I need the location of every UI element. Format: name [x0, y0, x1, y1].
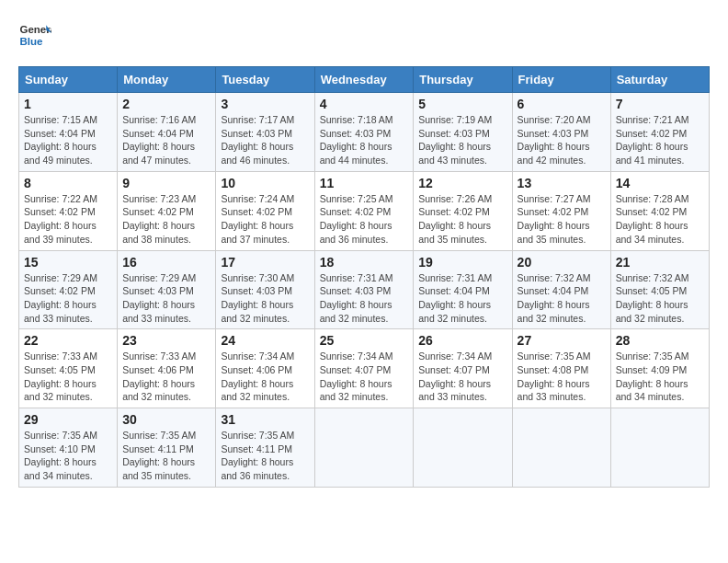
day-info: Sunrise: 7:31 AMSunset: 4:03 PMDaylight:…	[320, 272, 393, 324]
day-number: 20	[518, 255, 606, 270]
day-number: 1	[24, 97, 112, 111]
day-info: Sunrise: 7:24 AMSunset: 4:02 PMDaylight:…	[221, 193, 294, 245]
day-info: Sunrise: 7:17 AMSunset: 4:03 PMDaylight:…	[221, 114, 294, 166]
calendar-day-4: 4Sunrise: 7:18 AMSunset: 4:03 PMDaylight…	[314, 93, 414, 172]
logo-icon: General Blue	[18, 18, 51, 52]
day-info: Sunrise: 7:22 AMSunset: 4:02 PMDaylight:…	[24, 193, 97, 245]
calendar-day-1: 1Sunrise: 7:15 AMSunset: 4:04 PMDaylight…	[19, 93, 118, 172]
calendar-day-empty	[314, 408, 414, 488]
calendar-body: 1Sunrise: 7:15 AMSunset: 4:04 PMDaylight…	[19, 93, 710, 488]
day-info: Sunrise: 7:16 AMSunset: 4:04 PMDaylight:…	[122, 114, 196, 166]
day-info: Sunrise: 7:33 AMSunset: 4:06 PMDaylight:…	[122, 350, 196, 402]
day-number: 2	[122, 97, 210, 111]
calendar-week-2: 15Sunrise: 7:29 AMSunset: 4:02 PMDayligh…	[19, 250, 710, 329]
day-number: 13	[518, 176, 606, 190]
calendar-day-22: 22Sunrise: 7:33 AMSunset: 4:05 PMDayligh…	[19, 329, 118, 408]
calendar-day-20: 20Sunrise: 7:32 AMSunset: 4:04 PMDayligh…	[512, 250, 610, 329]
day-number: 23	[122, 333, 210, 348]
day-number: 28	[616, 333, 704, 348]
day-number: 11	[320, 176, 409, 190]
calendar-day-2: 2Sunrise: 7:16 AMSunset: 4:04 PMDaylight…	[118, 93, 216, 172]
day-number: 12	[418, 176, 506, 190]
day-info: Sunrise: 7:28 AMSunset: 4:02 PMDaylight:…	[616, 193, 689, 245]
day-number: 30	[122, 412, 210, 427]
day-info: Sunrise: 7:34 AMSunset: 4:07 PMDaylight:…	[418, 350, 492, 402]
calendar-day-30: 30Sunrise: 7:35 AMSunset: 4:11 PMDayligh…	[118, 408, 216, 488]
day-info: Sunrise: 7:35 AMSunset: 4:08 PMDaylight:…	[518, 350, 591, 402]
page-header: General Blue	[18, 18, 710, 52]
calendar-day-19: 19Sunrise: 7:31 AMSunset: 4:04 PMDayligh…	[414, 250, 512, 329]
day-info: Sunrise: 7:30 AMSunset: 4:03 PMDaylight:…	[221, 272, 294, 324]
day-info: Sunrise: 7:31 AMSunset: 4:04 PMDaylight:…	[418, 272, 492, 324]
calendar-day-16: 16Sunrise: 7:29 AMSunset: 4:03 PMDayligh…	[118, 250, 216, 329]
calendar-day-29: 29Sunrise: 7:35 AMSunset: 4:10 PMDayligh…	[19, 408, 118, 488]
day-number: 8	[24, 176, 112, 190]
day-info: Sunrise: 7:21 AMSunset: 4:02 PMDaylight:…	[616, 114, 689, 166]
day-info: Sunrise: 7:35 AMSunset: 4:09 PMDaylight:…	[616, 350, 689, 402]
day-info: Sunrise: 7:29 AMSunset: 4:03 PMDaylight:…	[122, 272, 196, 324]
day-info: Sunrise: 7:32 AMSunset: 4:04 PMDaylight:…	[518, 272, 591, 324]
day-info: Sunrise: 7:29 AMSunset: 4:02 PMDaylight:…	[24, 272, 97, 324]
calendar-day-26: 26Sunrise: 7:34 AMSunset: 4:07 PMDayligh…	[414, 329, 512, 408]
calendar-table: SundayMondayTuesdayWednesdayThursdayFrid…	[18, 66, 710, 488]
calendar-day-empty	[512, 408, 610, 488]
calendar-day-31: 31Sunrise: 7:35 AMSunset: 4:11 PMDayligh…	[216, 408, 314, 488]
calendar-day-empty	[414, 408, 512, 488]
day-info: Sunrise: 7:25 AMSunset: 4:02 PMDaylight:…	[320, 193, 393, 245]
day-number: 27	[518, 333, 606, 348]
header-saturday: Saturday	[610, 67, 709, 93]
calendar-day-11: 11Sunrise: 7:25 AMSunset: 4:02 PMDayligh…	[314, 171, 414, 250]
day-number: 31	[221, 412, 309, 427]
day-number: 3	[221, 97, 309, 111]
day-number: 5	[418, 97, 506, 111]
day-number: 18	[320, 255, 409, 270]
svg-text:Blue: Blue	[19, 36, 43, 47]
header-sunday: Sunday	[19, 67, 118, 93]
calendar-day-24: 24Sunrise: 7:34 AMSunset: 4:06 PMDayligh…	[216, 329, 314, 408]
calendar-week-3: 22Sunrise: 7:33 AMSunset: 4:05 PMDayligh…	[19, 329, 710, 408]
day-info: Sunrise: 7:35 AMSunset: 4:11 PMDaylight:…	[122, 430, 196, 481]
day-number: 26	[418, 333, 506, 348]
calendar-day-17: 17Sunrise: 7:30 AMSunset: 4:03 PMDayligh…	[216, 250, 314, 329]
day-number: 9	[122, 176, 210, 190]
day-info: Sunrise: 7:19 AMSunset: 4:03 PMDaylight:…	[418, 114, 492, 166]
day-number: 16	[122, 255, 210, 270]
calendar-week-1: 8Sunrise: 7:22 AMSunset: 4:02 PMDaylight…	[19, 171, 710, 250]
day-number: 4	[320, 97, 409, 111]
day-number: 10	[221, 176, 309, 190]
day-number: 19	[418, 255, 506, 270]
calendar-day-9: 9Sunrise: 7:23 AMSunset: 4:02 PMDaylight…	[118, 171, 216, 250]
calendar-day-28: 28Sunrise: 7:35 AMSunset: 4:09 PMDayligh…	[610, 329, 709, 408]
header-wednesday: Wednesday	[314, 67, 414, 93]
day-info: Sunrise: 7:26 AMSunset: 4:02 PMDaylight:…	[418, 193, 492, 245]
header-monday: Monday	[118, 67, 216, 93]
calendar-day-empty	[610, 408, 709, 488]
header-thursday: Thursday	[414, 67, 512, 93]
day-number: 29	[24, 412, 112, 427]
day-number: 14	[616, 176, 704, 190]
calendar-header-row: SundayMondayTuesdayWednesdayThursdayFrid…	[19, 67, 710, 93]
day-number: 24	[221, 333, 309, 348]
day-number: 25	[320, 333, 409, 348]
day-number: 7	[616, 97, 704, 111]
day-number: 22	[24, 333, 112, 348]
calendar-day-6: 6Sunrise: 7:20 AMSunset: 4:03 PMDaylight…	[512, 93, 610, 172]
day-info: Sunrise: 7:34 AMSunset: 4:07 PMDaylight:…	[320, 350, 393, 402]
day-number: 17	[221, 255, 309, 270]
calendar-day-3: 3Sunrise: 7:17 AMSunset: 4:03 PMDaylight…	[216, 93, 314, 172]
calendar-day-15: 15Sunrise: 7:29 AMSunset: 4:02 PMDayligh…	[19, 250, 118, 329]
day-info: Sunrise: 7:32 AMSunset: 4:05 PMDaylight:…	[616, 272, 689, 324]
logo: General Blue	[18, 18, 51, 52]
calendar-day-18: 18Sunrise: 7:31 AMSunset: 4:03 PMDayligh…	[314, 250, 414, 329]
calendar-day-21: 21Sunrise: 7:32 AMSunset: 4:05 PMDayligh…	[610, 250, 709, 329]
day-number: 15	[24, 255, 112, 270]
calendar-day-8: 8Sunrise: 7:22 AMSunset: 4:02 PMDaylight…	[19, 171, 118, 250]
day-info: Sunrise: 7:33 AMSunset: 4:05 PMDaylight:…	[24, 350, 97, 402]
calendar-week-0: 1Sunrise: 7:15 AMSunset: 4:04 PMDaylight…	[19, 93, 710, 172]
calendar-week-4: 29Sunrise: 7:35 AMSunset: 4:10 PMDayligh…	[19, 408, 710, 488]
calendar-day-25: 25Sunrise: 7:34 AMSunset: 4:07 PMDayligh…	[314, 329, 414, 408]
day-info: Sunrise: 7:20 AMSunset: 4:03 PMDaylight:…	[518, 114, 591, 166]
day-info: Sunrise: 7:27 AMSunset: 4:02 PMDaylight:…	[518, 193, 591, 245]
day-number: 6	[518, 97, 606, 111]
header-friday: Friday	[512, 67, 610, 93]
